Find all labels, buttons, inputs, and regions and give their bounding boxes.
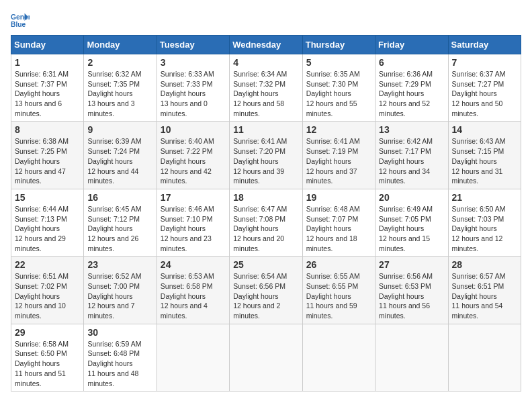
- day-detail: Sunrise: 6:46 AMSunset: 7:10 PMDaylight …: [161, 205, 214, 253]
- calendar-cell-27: 27 Sunrise: 6:56 AMSunset: 6:53 PMDaylig…: [375, 257, 448, 324]
- day-detail: Sunrise: 6:44 AMSunset: 7:13 PMDaylight …: [15, 205, 69, 253]
- logo: General Blue: [11, 11, 32, 30]
- day-detail: Sunrise: 6:43 AMSunset: 7:15 PMDaylight …: [452, 137, 506, 185]
- calendar-cell-11: 11 Sunrise: 6:41 AMSunset: 7:20 PMDaylig…: [230, 122, 302, 189]
- day-number: 23: [87, 259, 152, 270]
- day-number: 16: [87, 192, 152, 203]
- svg-text:Blue: Blue: [11, 21, 26, 28]
- calendar-cell-3: 3 Sunrise: 6:33 AMSunset: 7:33 PMDayligh…: [157, 54, 229, 122]
- calendar-cell-23: 23 Sunrise: 6:52 AMSunset: 7:00 PMDaylig…: [84, 257, 157, 324]
- page-header: General Blue: [11, 11, 521, 30]
- day-number: 28: [452, 259, 517, 270]
- empty-cell: [157, 324, 229, 391]
- day-number: 22: [15, 259, 80, 270]
- day-number: 4: [233, 57, 298, 68]
- day-detail: Sunrise: 6:36 AMSunset: 7:29 PMDaylight …: [379, 70, 433, 118]
- weekday-header-sunday: Sunday: [11, 36, 84, 54]
- calendar-table: SundayMondayTuesdayWednesdayThursdayFrid…: [11, 35, 521, 392]
- weekday-header-thursday: Thursday: [302, 36, 375, 54]
- day-number: 11: [233, 124, 298, 135]
- day-number: 15: [15, 192, 80, 203]
- day-number: 10: [161, 124, 226, 135]
- day-detail: Sunrise: 6:56 AMSunset: 6:53 PMDaylight …: [379, 272, 433, 320]
- empty-cell: [375, 324, 448, 391]
- calendar-cell-12: 12 Sunrise: 6:41 AMSunset: 7:19 PMDaylig…: [302, 122, 375, 189]
- day-number: 13: [379, 124, 444, 135]
- day-detail: Sunrise: 6:34 AMSunset: 7:32 PMDaylight …: [233, 70, 287, 118]
- day-detail: Sunrise: 6:58 AMSunset: 6:50 PMDaylight …: [15, 340, 69, 387]
- empty-cell: [448, 324, 521, 391]
- calendar-cell-14: 14 Sunrise: 6:43 AMSunset: 7:15 PMDaylig…: [448, 122, 521, 189]
- calendar-cell-1: 1 Sunrise: 6:31 AMSunset: 7:37 PMDayligh…: [11, 54, 84, 122]
- calendar-cell-24: 24 Sunrise: 6:53 AMSunset: 6:58 PMDaylig…: [157, 257, 229, 324]
- day-detail: Sunrise: 6:53 AMSunset: 6:58 PMDaylight …: [161, 272, 214, 320]
- calendar-week-1: 1 Sunrise: 6:31 AMSunset: 7:37 PMDayligh…: [11, 54, 521, 122]
- calendar-cell-15: 15 Sunrise: 6:44 AMSunset: 7:13 PMDaylig…: [11, 189, 84, 256]
- calendar-cell-4: 4 Sunrise: 6:34 AMSunset: 7:32 PMDayligh…: [230, 54, 302, 122]
- day-detail: Sunrise: 6:38 AMSunset: 7:25 PMDaylight …: [15, 137, 69, 185]
- day-detail: Sunrise: 6:54 AMSunset: 6:56 PMDaylight …: [233, 272, 287, 320]
- calendar-cell-22: 22 Sunrise: 6:51 AMSunset: 7:02 PMDaylig…: [11, 257, 84, 324]
- day-number: 25: [233, 259, 298, 270]
- weekday-header-wednesday: Wednesday: [230, 36, 302, 54]
- day-detail: Sunrise: 6:55 AMSunset: 6:55 PMDaylight …: [306, 272, 360, 320]
- day-number: 14: [452, 124, 517, 135]
- day-detail: Sunrise: 6:51 AMSunset: 7:02 PMDaylight …: [15, 272, 69, 320]
- calendar-cell-28: 28 Sunrise: 6:57 AMSunset: 6:51 PMDaylig…: [448, 257, 521, 324]
- day-number: 12: [306, 124, 371, 135]
- day-detail: Sunrise: 6:52 AMSunset: 7:00 PMDaylight …: [87, 272, 141, 320]
- day-number: 18: [233, 192, 298, 203]
- day-number: 17: [161, 192, 226, 203]
- logo-icon: General Blue: [11, 11, 30, 30]
- day-detail: Sunrise: 6:41 AMSunset: 7:20 PMDaylight …: [233, 137, 287, 185]
- day-detail: Sunrise: 6:59 AMSunset: 6:48 PMDaylight …: [87, 340, 141, 387]
- calendar-cell-7: 7 Sunrise: 6:37 AMSunset: 7:27 PMDayligh…: [448, 54, 521, 122]
- calendar-cell-21: 21 Sunrise: 6:50 AMSunset: 7:03 PMDaylig…: [448, 189, 521, 256]
- day-detail: Sunrise: 6:33 AMSunset: 7:33 PMDaylight …: [161, 70, 214, 118]
- day-number: 20: [379, 192, 444, 203]
- calendar-cell-2: 2 Sunrise: 6:32 AMSunset: 7:35 PMDayligh…: [84, 54, 157, 122]
- day-detail: Sunrise: 6:45 AMSunset: 7:12 PMDaylight …: [87, 205, 141, 253]
- calendar-week-5: 29 Sunrise: 6:58 AMSunset: 6:50 PMDaylig…: [11, 324, 521, 391]
- day-number: 24: [161, 259, 226, 270]
- day-number: 3: [161, 57, 226, 68]
- day-number: 2: [87, 57, 152, 68]
- day-number: 26: [306, 259, 371, 270]
- day-number: 29: [15, 327, 80, 338]
- day-detail: Sunrise: 6:47 AMSunset: 7:08 PMDaylight …: [233, 205, 287, 253]
- day-number: 9: [87, 124, 152, 135]
- calendar-cell-16: 16 Sunrise: 6:45 AMSunset: 7:12 PMDaylig…: [84, 189, 157, 256]
- day-number: 5: [306, 57, 371, 68]
- day-detail: Sunrise: 6:39 AMSunset: 7:24 PMDaylight …: [87, 137, 141, 185]
- day-detail: Sunrise: 6:48 AMSunset: 7:07 PMDaylight …: [306, 205, 360, 253]
- day-detail: Sunrise: 6:50 AMSunset: 7:03 PMDaylight …: [452, 205, 506, 253]
- weekday-header-saturday: Saturday: [448, 36, 521, 54]
- day-detail: Sunrise: 6:42 AMSunset: 7:17 PMDaylight …: [379, 137, 433, 185]
- calendar-cell-19: 19 Sunrise: 6:48 AMSunset: 7:07 PMDaylig…: [302, 189, 375, 256]
- calendar-cell-9: 9 Sunrise: 6:39 AMSunset: 7:24 PMDayligh…: [84, 122, 157, 189]
- day-number: 19: [306, 192, 371, 203]
- day-detail: Sunrise: 6:32 AMSunset: 7:35 PMDaylight …: [87, 70, 141, 118]
- day-detail: Sunrise: 6:40 AMSunset: 7:22 PMDaylight …: [161, 137, 214, 185]
- calendar-cell-29: 29 Sunrise: 6:58 AMSunset: 6:50 PMDaylig…: [11, 324, 84, 391]
- day-detail: Sunrise: 6:37 AMSunset: 7:27 PMDaylight …: [452, 70, 506, 118]
- calendar-week-2: 8 Sunrise: 6:38 AMSunset: 7:25 PMDayligh…: [11, 122, 521, 189]
- day-number: 1: [15, 57, 80, 68]
- day-number: 7: [452, 57, 517, 68]
- calendar-cell-25: 25 Sunrise: 6:54 AMSunset: 6:56 PMDaylig…: [230, 257, 302, 324]
- weekday-header-monday: Monday: [84, 36, 157, 54]
- calendar-cell-5: 5 Sunrise: 6:35 AMSunset: 7:30 PMDayligh…: [302, 54, 375, 122]
- day-number: 27: [379, 259, 444, 270]
- day-detail: Sunrise: 6:41 AMSunset: 7:19 PMDaylight …: [306, 137, 360, 185]
- calendar-week-4: 22 Sunrise: 6:51 AMSunset: 7:02 PMDaylig…: [11, 257, 521, 324]
- day-detail: Sunrise: 6:49 AMSunset: 7:05 PMDaylight …: [379, 205, 433, 253]
- weekday-header-tuesday: Tuesday: [157, 36, 229, 54]
- calendar-week-3: 15 Sunrise: 6:44 AMSunset: 7:13 PMDaylig…: [11, 189, 521, 256]
- calendar-cell-10: 10 Sunrise: 6:40 AMSunset: 7:22 PMDaylig…: [157, 122, 229, 189]
- calendar-cell-20: 20 Sunrise: 6:49 AMSunset: 7:05 PMDaylig…: [375, 189, 448, 256]
- calendar-cell-18: 18 Sunrise: 6:47 AMSunset: 7:08 PMDaylig…: [230, 189, 302, 256]
- calendar-cell-13: 13 Sunrise: 6:42 AMSunset: 7:17 PMDaylig…: [375, 122, 448, 189]
- day-number: 21: [452, 192, 517, 203]
- day-number: 8: [15, 124, 80, 135]
- empty-cell: [302, 324, 375, 391]
